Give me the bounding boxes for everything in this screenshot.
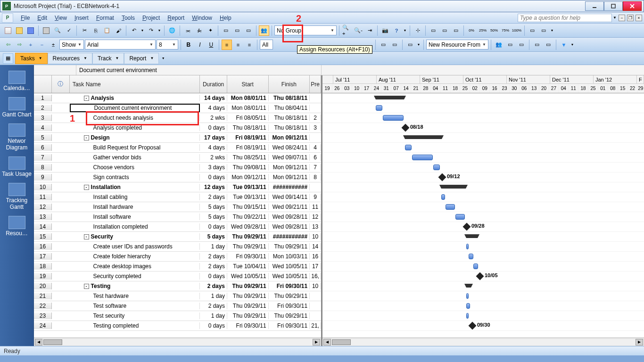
milestone-icon[interactable] (402, 124, 410, 132)
row-number[interactable]: 16 (34, 243, 52, 250)
open-button[interactable] (14, 25, 25, 36)
menu-view[interactable]: View (51, 14, 71, 22)
predecessor-cell[interactable]: 8 (310, 174, 321, 181)
outline-toggle-icon[interactable]: - (84, 234, 89, 239)
task-name-cell[interactable]: Conduct needs analysis (70, 115, 200, 121)
predecessor-cell[interactable]: 21, (310, 322, 321, 329)
menu-window[interactable]: Window (188, 14, 216, 22)
table-row[interactable]: 6Build Request for Proposal4 daysFri 08/… (34, 143, 321, 153)
table-row[interactable]: 18Create desktop images2 daysTue 10/04/1… (34, 262, 321, 272)
start-cell[interactable]: Wed 09/28/11 (227, 223, 269, 230)
task-name-cell[interactable]: Security completed (70, 273, 200, 280)
task-bar[interactable] (405, 145, 412, 150)
align-left-button[interactable]: ≡ (222, 40, 232, 50)
outline-toggle-icon[interactable]: - (84, 135, 89, 140)
autofilter-button[interactable]: ▭ (378, 40, 388, 50)
toolbar-options2-icon[interactable]: ▼ (550, 25, 554, 36)
row-number[interactable]: 22 (34, 303, 52, 309)
align-center-button[interactable]: ≡ (233, 40, 243, 50)
finish-cell[interactable]: Thu 08/04/11 (269, 105, 310, 111)
task-bar[interactable] (466, 303, 470, 309)
row-number[interactable]: 12 (34, 204, 52, 210)
duration-cell[interactable]: 2 wks (200, 154, 227, 161)
row-number[interactable]: 5 (34, 134, 52, 141)
duration-cell[interactable]: 1 day (200, 243, 227, 250)
table-row[interactable]: 3Conduct needs analysis2 wksFri 08/05/11… (34, 113, 321, 123)
predecessor-cell[interactable]: 11 (310, 204, 321, 210)
redo-button[interactable]: ↷ (146, 25, 156, 36)
toolbar3-options-icon[interactable]: ▼ (570, 40, 575, 50)
table-row[interactable]: 10-Installation12 daysTue 09/13/11######… (34, 182, 321, 192)
predecessor-cell[interactable]: 10 (310, 233, 321, 240)
finish-cell[interactable]: Wed 09/28/11 (269, 223, 310, 230)
redo-dropdown-icon[interactable]: ▼ (157, 25, 162, 36)
indicator-header[interactable]: ⓘ (52, 75, 70, 93)
start-cell[interactable]: Thu 09/29/11 (227, 293, 269, 299)
link-tasks-button[interactable]: ⫘ (182, 25, 193, 36)
font-name-dropdown[interactable]: Arial▼ (85, 40, 156, 49)
row-number[interactable]: 8 (34, 164, 52, 171)
summary-bar[interactable] (376, 96, 404, 99)
finish-cell[interactable]: ########### (269, 184, 310, 190)
start-cell[interactable]: Mon 09/12/11 (227, 174, 269, 181)
toolbar2-options-icon[interactable]: ▼ (416, 40, 421, 50)
task-name-cell[interactable]: Install software (70, 214, 200, 220)
show-dropdown[interactable]: Show▼ (59, 40, 84, 49)
finish-cell[interactable]: Mon 09/12/11 (269, 134, 310, 141)
resource-sheet-button[interactable]: ▭ (405, 40, 415, 50)
resource-btn-3[interactable]: ▭ (516, 40, 527, 50)
predecessor-cell[interactable]: 17 (310, 263, 321, 270)
task-name-header[interactable]: Task Name (70, 75, 200, 93)
row-number[interactable]: 13 (34, 214, 52, 220)
table-row[interactable]: 1-Analysis14 daysMon 08/01/11Thu 08/18/1… (34, 93, 321, 103)
align-right-button[interactable]: ≡ (244, 40, 255, 50)
task-bar[interactable] (469, 254, 473, 259)
task-bar[interactable] (466, 244, 469, 249)
views-icon[interactable]: ▦ (3, 53, 13, 64)
filter-dropdown[interactable]: All (260, 40, 273, 49)
task-name-cell[interactable]: Build Request for Proposal (70, 144, 200, 151)
start-cell[interactable]: Tue 09/13/11 (227, 184, 269, 190)
task-bar[interactable] (455, 214, 465, 220)
finish-cell[interactable]: Wed 10/05/11 (269, 263, 310, 270)
row-number[interactable]: 19 (34, 273, 52, 280)
duration-cell[interactable]: 17 days (200, 134, 227, 141)
new-button[interactable] (3, 25, 13, 36)
document-close-button[interactable]: × (636, 15, 642, 21)
predecessor-cell[interactable]: 3 (310, 124, 321, 131)
finish-cell[interactable]: Thu 09/29/11 (269, 313, 310, 319)
duration-cell[interactable]: 0 days (200, 223, 227, 230)
bold-button[interactable]: B (183, 40, 194, 50)
resource-btn-2[interactable]: ▭ (505, 40, 515, 50)
zoom-in-button[interactable]: 🔍+ (342, 25, 352, 36)
task-name-cell[interactable]: Install hardware (70, 204, 200, 210)
tracking-toolbar-btn4[interactable]: ▭ (451, 25, 461, 36)
start-cell[interactable]: Thu 09/29/11 (227, 303, 269, 309)
sidebar-resou-[interactable]: Resou… (2, 214, 32, 239)
predecessor-cell[interactable]: 7 (310, 164, 321, 171)
task-name-cell[interactable]: Choose vendors (70, 164, 200, 171)
task-bar[interactable] (376, 105, 382, 111)
table-row[interactable]: 4Analysis completed0 daysThu 08/18/11Thu… (34, 123, 321, 133)
finish-cell[interactable]: Fri 09/30/11 (269, 283, 310, 289)
milestone-icon[interactable] (476, 272, 484, 280)
update-tasks-button[interactable]: ▭ (527, 25, 537, 36)
outline-toggle-icon[interactable]: - (84, 96, 89, 101)
help-search-dropdown-icon[interactable]: ▼ (613, 16, 617, 20)
show-outline-minus-button[interactable]: − (37, 40, 47, 50)
task-bar[interactable] (473, 263, 478, 269)
reschedule-button[interactable]: ▭ (538, 25, 549, 36)
finish-cell[interactable]: Mon 10/03/11 (269, 253, 310, 260)
start-cell[interactable]: Fri 09/30/11 (227, 253, 269, 260)
table-row[interactable]: 12Install hardware5 daysThu 09/15/11Wed … (34, 202, 321, 212)
task-drivers-button[interactable]: ▭ (243, 25, 254, 36)
duration-cell[interactable]: 0 days (200, 174, 227, 181)
task-name-cell[interactable]: -Analysis (70, 95, 200, 101)
finish-cell[interactable]: Thu 08/18/11 (269, 115, 310, 121)
pct-50-button[interactable]: 50% (489, 25, 499, 36)
table-row[interactable]: 15-Security5 daysThu 09/29/11###########… (34, 232, 321, 242)
copy-button[interactable]: ⎘ (91, 25, 101, 36)
duration-cell[interactable]: 2 days (200, 303, 227, 309)
pct-0-button[interactable]: 0% (466, 25, 477, 36)
table-row[interactable]: 13Install software5 daysThu 09/22/11Wed … (34, 212, 321, 222)
